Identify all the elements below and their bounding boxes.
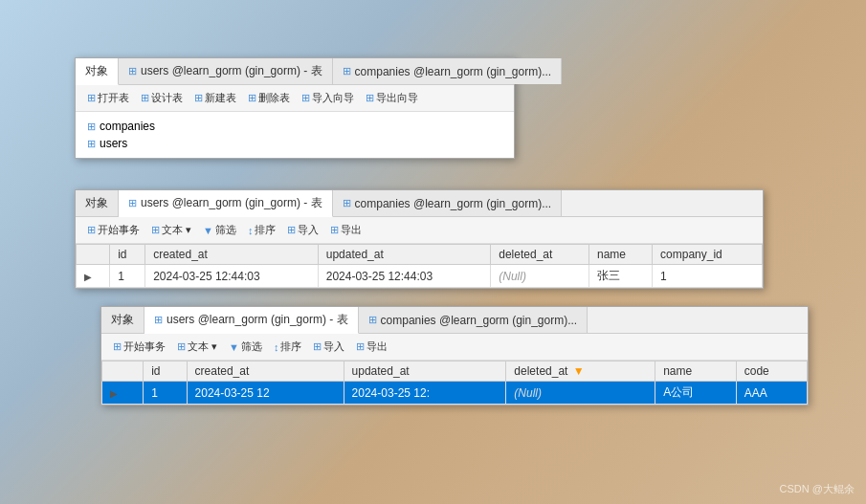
new-table-button[interactable]: ⊞ 新建表	[190, 89, 240, 107]
cell-id-win3: 1	[144, 382, 187, 405]
import-btn-win3[interactable]: ⊞ 导入	[309, 338, 348, 356]
window-companies-table: 对象 ⊞ users @learn_gorm (gin_gorm) - 表 ⊞ …	[100, 306, 809, 405]
new-table-icon: ⊞	[194, 92, 203, 104]
filter-btn-win2[interactable]: ▼ 筛选	[199, 221, 240, 239]
cell-code-win3: AAA	[736, 382, 807, 405]
col-header-deleted-at-win3[interactable]: deleted_at ▼	[506, 362, 655, 382]
cell-company-id-win2: 1	[653, 265, 763, 288]
companies-win2-icon: ⊞	[343, 197, 351, 209]
tab-objects-win1[interactable]: 对象	[76, 58, 119, 85]
object-users[interactable]: ⊞ users	[83, 135, 506, 152]
filter-label-win2: 筛选	[215, 223, 236, 237]
cell-updated-at-win3: 2024-03-25 12:	[344, 382, 506, 405]
export-wizard-icon: ⊞	[366, 92, 374, 104]
companies-table: id created_at updated_at deleted_at ▼ na…	[101, 361, 808, 405]
import-wizard-icon: ⊞	[301, 92, 310, 104]
open-table-button[interactable]: ⊞ 打开表	[83, 89, 133, 107]
export-icon-win3: ⊞	[356, 340, 365, 353]
cell-id-win2: 1	[110, 265, 145, 288]
users-name: users	[100, 137, 127, 150]
open-table-icon: ⊞	[87, 92, 96, 104]
export-wizard-button[interactable]: ⊞ 导出向导	[362, 89, 422, 107]
table-row[interactable]: ▶ 1 2024-03-25 12 2024-03-25 12: (Null) …	[102, 382, 808, 405]
tab-users-win1[interactable]: ⊞ users @learn_gorm (gin_gorm) - 表	[119, 58, 333, 84]
begin-transaction-btn-win3[interactable]: ⊞ 开始事务	[109, 338, 169, 356]
companies-win3-icon: ⊞	[368, 314, 377, 326]
tab-objects-win3[interactable]: 对象	[101, 307, 144, 333]
sort-btn-win3[interactable]: ↕ 排序	[270, 338, 306, 356]
col-header-company-id-win2[interactable]: company_id	[653, 245, 763, 265]
object-companies[interactable]: ⊞ companies	[83, 118, 506, 135]
tab-companies-win2[interactable]: ⊞ companies @learn_gorm (gin_gorm)...	[333, 190, 563, 216]
text-icon-win2: ⊞	[151, 224, 160, 236]
tab-bar-win3: 对象 ⊞ users @learn_gorm (gin_gorm) - 表 ⊞ …	[101, 307, 808, 334]
companies-table-container: id created_at updated_at deleted_at ▼ na…	[101, 361, 808, 405]
col-header-created-at-win3[interactable]: created_at	[187, 362, 344, 382]
tab-users-label: users @learn_gorm (gin_gorm) - 表	[141, 63, 322, 79]
text-btn-win3[interactable]: ⊞ 文本 ▾	[173, 338, 221, 356]
begin-transaction-btn-win2[interactable]: ⊞ 开始事务	[83, 221, 144, 239]
col-header-name-win3[interactable]: name	[655, 362, 737, 382]
cell-created-at-win2: 2024-03-25 12:44:03	[145, 265, 319, 288]
design-table-button[interactable]: ⊞ 设计表	[137, 89, 187, 107]
export-wizard-label: 导出向导	[376, 91, 418, 105]
toolbar-win1: ⊞ 打开表 ⊞ 设计表 ⊞ 新建表 ⊞ 删除表 ⊞ 导入向导 ⊞ 导出向导	[76, 85, 514, 112]
row-arrow-win3: ▶	[102, 382, 144, 405]
tab-objects-win2-label: 对象	[85, 195, 108, 211]
tab-companies-win3-label: companies @learn_gorm (gin_gorm)...	[381, 314, 578, 327]
import-btn-win2[interactable]: ⊞ 导入	[283, 221, 322, 239]
col-header-id-win2[interactable]: id	[110, 245, 145, 265]
filter-label-win3: 筛选	[241, 340, 262, 354]
filter-icon-win2: ▼	[203, 225, 213, 236]
filter-btn-win3[interactable]: ▼ 筛选	[225, 338, 266, 356]
toolbar-win3: ⊞ 开始事务 ⊞ 文本 ▾ ▼ 筛选 ↕ 排序 ⊞ 导入 ⊞ 导出	[101, 334, 808, 361]
users-win3-icon: ⊞	[154, 314, 163, 326]
text-btn-win2[interactable]: ⊞ 文本 ▾	[147, 221, 195, 239]
sort-icon-win3: ↕	[274, 341, 279, 353]
tab-objects-win2[interactable]: 对象	[76, 190, 119, 216]
col-header-deleted-at-win2[interactable]: deleted_at	[491, 245, 589, 265]
tab-companies-win1[interactable]: ⊞ companies @learn_gorm (gin_gorm)...	[333, 58, 563, 84]
col-header-updated-at-win3[interactable]: updated_at	[344, 362, 506, 382]
design-table-icon: ⊞	[141, 92, 149, 104]
tab-users-win3[interactable]: ⊞ users @learn_gorm (gin_gorm) - 表	[144, 307, 359, 334]
sort-btn-win2[interactable]: ↕ 排序	[244, 221, 280, 239]
design-table-label: 设计表	[151, 91, 183, 105]
import-icon-win3: ⊞	[313, 340, 322, 353]
open-table-label: 打开表	[98, 91, 129, 105]
new-table-label: 新建表	[205, 91, 236, 105]
cell-deleted-at-win2: (Null)	[491, 265, 589, 288]
export-btn-win2[interactable]: ⊞ 导出	[326, 221, 366, 239]
col-header-rownum-win2	[77, 245, 110, 265]
toolbar-win2: ⊞ 开始事务 ⊞ 文本 ▾ ▼ 筛选 ↕ 排序 ⊞ 导入 ⊞ 导出	[76, 217, 763, 244]
begin-transaction-label-win3: 开始事务	[123, 340, 166, 354]
import-wizard-button[interactable]: ⊞ 导入向导	[298, 89, 358, 107]
tab-companies-win2-label: companies @learn_gorm (gin_gorm)...	[355, 197, 552, 210]
col-header-created-at-win2[interactable]: created_at	[145, 245, 319, 265]
text-icon-win3: ⊞	[177, 340, 186, 353]
delete-table-button[interactable]: ⊞ 删除表	[244, 89, 294, 107]
window-users-table: 对象 ⊞ users @learn_gorm (gin_gorm) - 表 ⊞ …	[75, 189, 764, 289]
users-win2-icon: ⊞	[128, 197, 137, 209]
col-header-id-win3[interactable]: id	[144, 362, 187, 382]
col-header-updated-at-win2[interactable]: updated_at	[318, 245, 491, 265]
table-row[interactable]: ▶ 1 2024-03-25 12:44:03 2024-03-25 12:44…	[77, 265, 763, 288]
users-icon: ⊞	[87, 138, 96, 150]
cell-created-at-win3: 2024-03-25 12	[187, 382, 344, 405]
export-btn-win3[interactable]: ⊞ 导出	[352, 338, 391, 356]
companies-icon: ⊞	[87, 121, 96, 133]
cell-updated-at-win2: 2024-03-25 12:44:03	[318, 265, 491, 288]
export-icon-win2: ⊞	[330, 224, 339, 236]
col-header-code-win3[interactable]: code	[736, 362, 807, 382]
tab-companies-win3[interactable]: ⊞ companies @learn_gorm (gin_gorm)...	[359, 307, 588, 333]
transaction-icon-win3: ⊞	[113, 340, 122, 353]
tab-users-win2-label: users @learn_gorm (gin_gorm) - 表	[141, 195, 322, 211]
users-table-container: id created_at updated_at deleted_at name…	[76, 244, 763, 288]
tab-users-win2[interactable]: ⊞ users @learn_gorm (gin_gorm) - 表	[119, 190, 333, 217]
users-table: id created_at updated_at deleted_at name…	[76, 244, 763, 288]
col-header-name-win2[interactable]: name	[588, 245, 652, 265]
companies-name: companies	[100, 120, 155, 133]
filter-icon-win3: ▼	[229, 341, 239, 353]
cell-name-win2: 张三	[588, 265, 652, 288]
export-label-win3: 导出	[366, 340, 388, 354]
